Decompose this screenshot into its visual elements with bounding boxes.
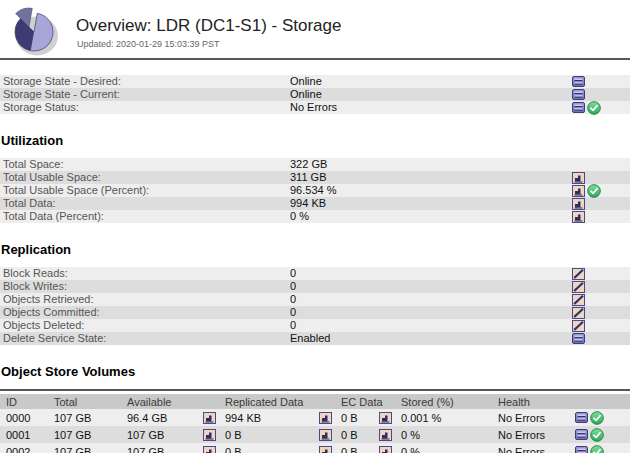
green-check-icon: [590, 411, 604, 425]
section-heading-replication: Replication: [1, 242, 630, 257]
attribute-row: Total Space: 322 GB: [0, 158, 630, 171]
state-icon[interactable]: [575, 429, 588, 440]
trend-icon[interactable]: [572, 294, 585, 306]
volume-id: 0002: [0, 446, 48, 453]
column-header-stored-percent: Stored (%): [395, 396, 492, 408]
volume-total: 107 GB: [48, 429, 121, 441]
state-icon[interactable]: [572, 333, 585, 344]
volume-health: No Errors: [498, 446, 545, 453]
attribute-row: Storage State - Desired: Online: [0, 75, 630, 88]
attribute-label: Storage State - Desired:: [0, 75, 290, 88]
attribute-row: Storage Status: No Errors: [0, 101, 630, 114]
chart-icon[interactable]: [379, 412, 392, 424]
trend-icon[interactable]: [572, 307, 585, 319]
utilization-section: Total Space: 322 GB Total Usable Space: …: [0, 158, 630, 223]
attribute-row: Total Data (Percent): 0 %: [0, 210, 630, 223]
pie-chart-logo: [8, 4, 60, 56]
chart-icon[interactable]: [203, 429, 216, 441]
chart-icon[interactable]: [572, 211, 585, 223]
attribute-label: Block Writes:: [0, 280, 290, 293]
attribute-label: Total Usable Space (Percent):: [0, 184, 290, 197]
volume-ec-data: 0 B: [341, 429, 358, 441]
attribute-value: 0: [290, 319, 572, 332]
trend-icon[interactable]: [572, 320, 585, 332]
volume-id: 0000: [0, 412, 48, 424]
chart-icon[interactable]: [319, 412, 332, 424]
state-icon[interactable]: [572, 89, 585, 100]
state-icon[interactable]: [575, 446, 588, 453]
volume-total: 107 GB: [48, 446, 121, 453]
attribute-value: 322 GB: [290, 158, 572, 171]
volume-id: 0001: [0, 429, 48, 441]
attribute-row: Total Usable Space (Percent): 96.534 %: [0, 184, 630, 197]
state-icon[interactable]: [575, 412, 588, 423]
attribute-value: 311 GB: [290, 171, 572, 184]
trend-icon[interactable]: [572, 281, 585, 293]
section-heading-object-store-volumes: Object Store Volumes: [1, 364, 630, 379]
volume-total: 107 GB: [48, 412, 121, 424]
attribute-value: No Errors: [290, 101, 572, 114]
column-header-available: Available: [121, 396, 219, 408]
attribute-value: 994 KB: [290, 197, 572, 210]
volume-available: 96.4 GB: [127, 412, 167, 424]
chart-icon[interactable]: [319, 429, 332, 441]
chart-icon[interactable]: [572, 185, 585, 197]
attribute-row: Block Reads: 0: [0, 267, 630, 280]
state-icon[interactable]: [572, 102, 585, 113]
attribute-value: 0 %: [290, 210, 572, 223]
attribute-value: 0: [290, 267, 572, 280]
column-header-replicated-data: Replicated Data: [219, 396, 335, 408]
attribute-row: Total Data: 994 KB: [0, 197, 630, 210]
attribute-label: Total Space:: [0, 158, 290, 171]
column-header-ec-data: EC Data: [335, 396, 395, 408]
volume-ec-data: 0 B: [341, 446, 358, 453]
attribute-value: 0: [290, 280, 572, 293]
green-check-icon: [590, 445, 604, 453]
volume-stored-percent: 0.001 %: [395, 412, 492, 424]
attribute-row: Delete Service State: Enabled: [0, 332, 630, 345]
column-header-health: Health: [492, 396, 630, 408]
volume-health: No Errors: [498, 412, 545, 424]
volume-ec-data: 0 B: [341, 412, 358, 424]
attribute-row: Objects Deleted: 0: [0, 319, 630, 332]
page-title: Overview: LDR (DC1-S1) - Storage: [76, 16, 341, 36]
attribute-label: Storage State - Current:: [0, 88, 290, 101]
updated-timestamp: Updated: 2020-01-29 15:03:39 PST: [77, 39, 341, 49]
attribute-value: Enabled: [290, 332, 572, 345]
volumes-table-header: ID Total Available Replicated Data EC Da…: [0, 394, 630, 409]
chart-icon[interactable]: [572, 172, 585, 184]
page-header: Overview: LDR (DC1-S1) - Storage Updated…: [0, 0, 630, 56]
chart-icon[interactable]: [203, 412, 216, 424]
attribute-label: Total Data:: [0, 197, 290, 210]
table-separator: [0, 389, 630, 391]
storage-state-section: Storage State - Desired: Online Storage …: [0, 75, 630, 114]
attribute-row: Total Usable Space: 311 GB: [0, 171, 630, 184]
attribute-row: Objects Committed: 0: [0, 306, 630, 319]
attribute-value: Online: [290, 75, 572, 88]
green-check-icon: [590, 428, 604, 442]
chart-icon[interactable]: [572, 198, 585, 210]
volume-replicated: 994 KB: [225, 412, 261, 424]
chart-icon[interactable]: [319, 446, 332, 453]
state-icon[interactable]: [572, 76, 585, 87]
attribute-label: Objects Retrieved:: [0, 293, 290, 306]
header-separator: [0, 58, 630, 60]
attribute-label: Objects Committed:: [0, 306, 290, 319]
chart-icon[interactable]: [203, 446, 216, 453]
chart-icon[interactable]: [379, 429, 392, 441]
attribute-row: Storage State - Current: Online: [0, 88, 630, 101]
chart-icon[interactable]: [379, 446, 392, 453]
overview-page: Overview: LDR (DC1-S1) - Storage Updated…: [0, 0, 630, 453]
volume-health: No Errors: [498, 429, 545, 441]
volume-available: 107 GB: [127, 429, 164, 441]
trend-icon[interactable]: [572, 268, 585, 280]
attribute-label: Objects Deleted:: [0, 319, 290, 332]
volume-stored-percent: 0 %: [395, 429, 492, 441]
table-row: 0001 107 GB 107 GB 0 B 0 B 0 % No Errors: [0, 426, 630, 443]
section-heading-utilization: Utilization: [1, 133, 630, 148]
table-row: 0000 107 GB 96.4 GB 994 KB 0 B 0.001 % N…: [0, 409, 630, 426]
attribute-label: Total Usable Space:: [0, 171, 290, 184]
replication-section: Block Reads: 0 Block Writes: 0 Objects R…: [0, 267, 630, 345]
attribute-label: Storage Status:: [0, 101, 290, 114]
attribute-label: Delete Service State:: [0, 332, 290, 345]
